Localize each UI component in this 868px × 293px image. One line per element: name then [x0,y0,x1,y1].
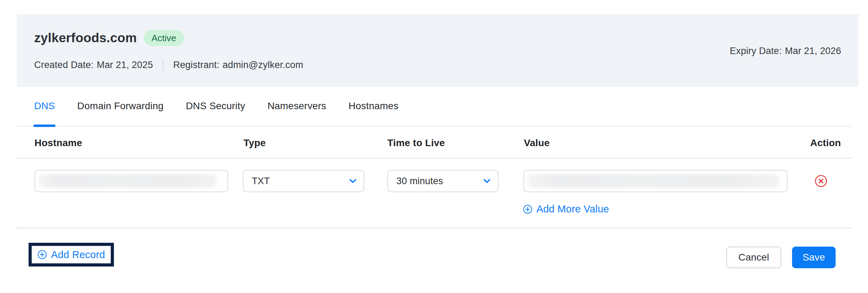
add-record-label: Add Record [51,249,105,261]
ttl-dropdown[interactable]: 30 minutes [387,170,498,192]
meta-divider [163,59,163,71]
active-tab-underline [33,125,55,127]
plus-circle-icon [523,204,533,214]
value-redacted-content [528,174,779,188]
chevron-down-icon [482,176,491,186]
tab-dns[interactable]: DNS [34,100,55,112]
status-badge: Active [144,30,184,46]
save-button[interactable]: Save [792,247,836,268]
table-header-divider [17,158,851,159]
domain-title-row: zylkerfoods.com Active [34,30,184,46]
column-header-value: Value [524,137,550,149]
chevron-down-icon [348,176,357,186]
add-record-highlight-box: Add Record [29,243,114,266]
created-date-value: Mar 21, 2025 [97,60,153,70]
add-record-link[interactable]: Add Record [37,249,105,261]
registrant-label: Registrant: [173,60,219,70]
expiry-date-value: Mar 21, 2026 [785,46,842,57]
tab-bar-divider [17,126,851,127]
expiry-date-label: Expiry Date: [730,46,782,57]
hostname-redacted-content [39,174,216,188]
section-divider [17,227,851,228]
tab-nameservers[interactable]: Nameservers [268,100,326,112]
column-header-ttl: Time to Live [387,137,445,149]
domain-summary-panel: zylkerfoods.com Active Created Date: Mar… [17,14,859,87]
type-dropdown[interactable]: TXT [243,170,364,192]
created-date-label: Created Date: [34,60,94,70]
registrant-value: admin@zylker.com [223,60,303,70]
hostname-input[interactable] [34,170,228,192]
cancel-button[interactable]: Cancel [726,247,781,268]
domain-meta-row: Created Date: Mar 21, 2025 Registrant: a… [34,59,303,71]
add-more-value-link[interactable]: Add More Value [523,203,609,215]
dns-settings-page: zylkerfoods.com Active Created Date: Mar… [0,0,868,293]
tab-bar: DNS Domain Forwarding DNS Security Names… [34,100,398,112]
tab-domain-forwarding[interactable]: Domain Forwarding [77,100,164,112]
column-header-type: Type [243,137,266,149]
domain-name: zylkerfoods.com [34,31,137,45]
column-header-hostname: Hostname [34,137,82,149]
column-header-action: Action [810,137,841,149]
value-input[interactable] [524,170,788,192]
type-dropdown-value: TXT [252,171,270,191]
plus-circle-icon [37,250,47,260]
tab-dns-security[interactable]: DNS Security [186,100,245,112]
ttl-dropdown-value: 30 minutes [396,171,443,191]
tab-hostnames[interactable]: Hostnames [349,100,398,112]
delete-record-button[interactable] [814,174,828,188]
add-more-value-label: Add More Value [536,203,609,215]
expiry-date: Expiry Date: Mar 21, 2026 [730,46,841,57]
x-circle-icon [814,174,828,188]
